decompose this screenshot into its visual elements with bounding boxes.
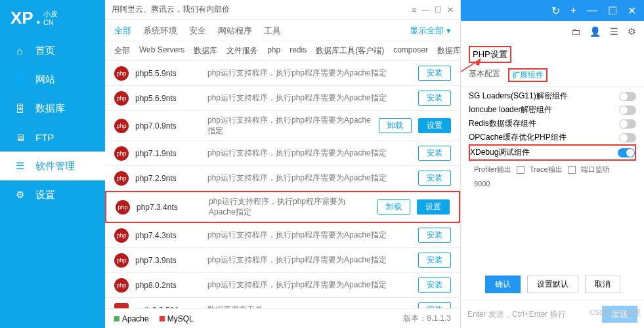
port-value: 9000 xyxy=(474,180,490,188)
history-icon[interactable]: ↻ xyxy=(551,5,560,17)
php-icon: php xyxy=(114,228,129,243)
window-controls: ≡ — ☐ ✕ xyxy=(412,5,454,14)
filter-tabs: 全部Web Servers数据库文件服务phpredis数据库工具(客户端)co… xyxy=(105,41,460,61)
安装-button[interactable]: 安装 xyxy=(418,253,451,268)
extension-list: SG Loaders(SG11)解密组件Ioncube loader解密组件Re… xyxy=(461,87,644,163)
php-settings-title: PHP设置 xyxy=(469,46,511,63)
tab-basic[interactable]: 基本配置 xyxy=(469,68,500,82)
ext-toggle[interactable] xyxy=(619,92,636,101)
close-icon[interactable]: ✕ xyxy=(447,5,454,14)
filter-8[interactable]: 数据库工具(w xyxy=(437,45,460,56)
安装-button[interactable]: 安装 xyxy=(418,171,451,186)
status-apache: Apache xyxy=(114,314,149,323)
package-desc: php运行支持程序，执行php程序需要为Apache指定 xyxy=(207,280,412,291)
ext-toggle[interactable] xyxy=(619,133,636,142)
max-icon[interactable]: ☐ xyxy=(608,5,617,17)
php-icon: php xyxy=(116,200,130,215)
list-icon[interactable]: ☰ xyxy=(610,26,618,37)
php-icon: php xyxy=(114,278,129,293)
nav-sliders[interactable]: ☰软件管理 xyxy=(0,152,105,180)
filter-2[interactable]: 数据库 xyxy=(194,45,217,56)
maximize-icon[interactable]: ☐ xyxy=(435,5,442,14)
tab-0[interactable]: 全部 xyxy=(114,25,131,37)
filter-7[interactable]: composer xyxy=(393,45,428,56)
sliders-icon: ☰ xyxy=(13,159,26,173)
gear-icon[interactable]: ⚙ xyxy=(628,26,636,37)
tab-1[interactable]: 系统环境 xyxy=(143,25,177,37)
xdebug-options: Profiler输出 Trace输出 端口监听 9000 xyxy=(461,163,644,189)
nav-db[interactable]: 🗄数据库 xyxy=(0,94,105,123)
php-icon: php xyxy=(114,66,129,81)
安装-button[interactable]: 安装 xyxy=(418,302,451,308)
tab-2[interactable]: 安全 xyxy=(189,25,206,37)
ext-row: SG Loaders(SG11)解密组件 xyxy=(469,89,636,103)
gear-icon: ⚙ xyxy=(13,188,26,201)
安装-button[interactable]: 安装 xyxy=(418,146,451,161)
cancel-button[interactable]: 取消 xyxy=(585,276,620,293)
tab-3[interactable]: 网站程序 xyxy=(218,25,252,37)
ext-toggle[interactable] xyxy=(619,119,636,129)
安装-button[interactable]: 安装 xyxy=(418,228,451,243)
main: 用阿里云、腾讯云，我们有内部价 ≡ — ☐ ✕ 全部系统环境安全网站程序工具显示… xyxy=(105,0,460,328)
show-all[interactable]: 显示全部 ▾ xyxy=(410,25,451,37)
min-icon[interactable]: — xyxy=(587,5,597,16)
设置-button[interactable]: 设置 xyxy=(417,199,450,215)
folder-icon[interactable]: 🗀 xyxy=(571,26,580,37)
filter-5[interactable]: redis xyxy=(290,45,307,56)
package-name: php5.5.9nts xyxy=(135,69,201,78)
package-desc: php运行支持程序，执行php程序需要为Apache指定 xyxy=(207,93,412,104)
php-icon: php xyxy=(114,171,129,186)
trace-checkbox[interactable] xyxy=(568,166,576,174)
ext-toggle[interactable] xyxy=(619,106,636,115)
package-row: phpphp7.3.4ntsphp运行支持程序，执行php程序需要为Apache… xyxy=(105,191,460,223)
filter-3[interactable]: 文件服务 xyxy=(226,45,258,56)
nav-globe[interactable]: 🌐网站 xyxy=(0,65,105,94)
package-row: redis3.0.504数据库缓存工具安装 xyxy=(105,298,460,308)
ext-toggle[interactable] xyxy=(618,148,635,157)
nav-home[interactable]: ⌂首页 xyxy=(0,36,105,65)
ext-label: OPCache缓存优化PHP组件 xyxy=(469,132,567,143)
ext-label: Redis数据缓存组件 xyxy=(469,118,536,129)
minimize-icon[interactable]: — xyxy=(421,5,429,14)
package-row: phpphp5.6.9ntsphp运行支持程序，执行php程序需要为Apache… xyxy=(105,86,460,111)
add-icon[interactable]: + xyxy=(570,5,576,16)
ext-label: XDebug调试组件 xyxy=(470,147,530,158)
设置-button[interactable]: 设置 xyxy=(418,118,451,133)
logo-xp: XP xyxy=(11,8,33,28)
profiler-checkbox[interactable] xyxy=(517,166,525,174)
filter-0[interactable]: 全部 xyxy=(114,45,130,56)
package-name: php7.3.4nts xyxy=(137,203,202,212)
user-icon[interactable]: 👤 xyxy=(590,26,601,37)
nav-ftp[interactable]: 🖥FTP xyxy=(0,123,105,152)
安装-button[interactable]: 安装 xyxy=(418,66,451,81)
package-desc: php运行支持程序，执行php程序需要为Apache指定 xyxy=(207,68,412,79)
globe-icon: 🌐 xyxy=(13,73,26,86)
menu-icon[interactable]: ≡ xyxy=(412,5,416,14)
tab-extensions[interactable]: 扩展组件 xyxy=(508,68,547,82)
package-name: php5.6.9nts xyxy=(135,94,201,103)
close-panel-icon[interactable]: ✕ xyxy=(628,5,636,17)
安装-button[interactable]: 安装 xyxy=(418,277,451,293)
卸载-button[interactable]: 卸载 xyxy=(379,118,412,133)
nav-gear[interactable]: ⚙设置 xyxy=(0,180,105,209)
titlebar: 用阿里云、腾讯云，我们有内部价 ≡ — ☐ ✕ xyxy=(105,0,460,20)
package-row: phpphp7.1.9ntsphp运行支持程序，执行php程序需要为Apache… xyxy=(105,141,460,166)
ext-label: SG Loaders(SG11)解密组件 xyxy=(469,91,568,102)
卸载-button[interactable]: 卸载 xyxy=(377,199,410,215)
ext-row: Ioncube loader解密组件 xyxy=(469,103,636,117)
package-name: php7.0.9nts xyxy=(135,121,201,131)
panel-buttons: 确认 设置默认 取消 xyxy=(461,269,644,300)
filter-1[interactable]: Web Servers xyxy=(139,45,184,56)
安装-button[interactable]: 安装 xyxy=(418,91,451,106)
package-row: phpphp8.0.2ntsphp运行支持程序，执行php程序需要为Apache… xyxy=(105,273,460,298)
package-desc: php运行支持程序，执行php程序需要为Apache指定 xyxy=(207,115,372,136)
package-name: php7.3.9nts xyxy=(135,256,201,265)
default-button[interactable]: 设置默认 xyxy=(527,276,578,293)
send-placeholder: Enter 发送，Ctrl+Enter 换行 xyxy=(467,309,597,320)
logo-cn: 小皮 CN xyxy=(43,10,58,26)
ok-button[interactable]: 确认 xyxy=(485,276,521,293)
logo-dot: . xyxy=(36,8,41,28)
filter-6[interactable]: 数据库工具(客户端) xyxy=(316,45,384,56)
filter-4[interactable]: php xyxy=(267,45,280,56)
tab-4[interactable]: 工具 xyxy=(264,25,281,37)
